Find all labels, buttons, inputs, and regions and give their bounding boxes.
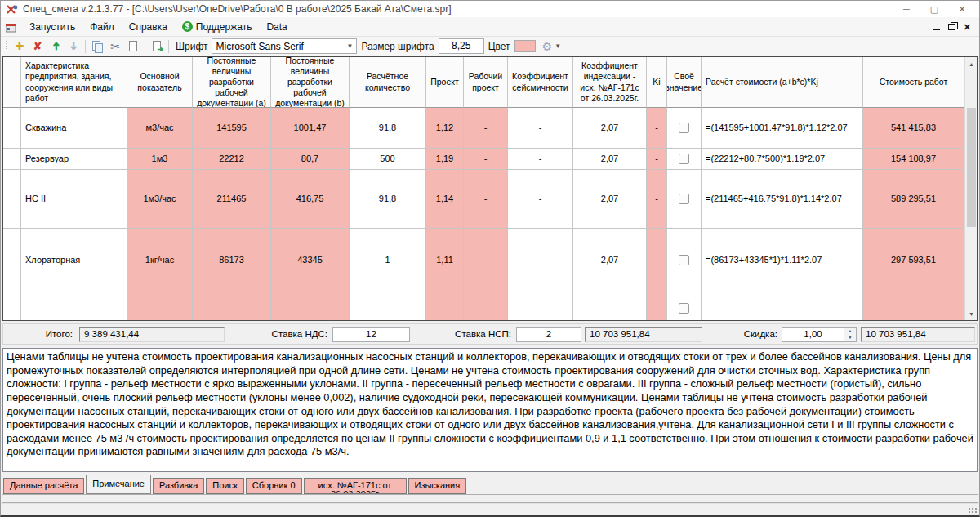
cell-seismic-coeff[interactable]: - bbox=[508, 170, 573, 229]
cell-cost-formula[interactable]: =(22212+80.7*500)*1.19*2.07 bbox=[702, 149, 863, 170]
custom-value-checkbox[interactable] bbox=[679, 255, 689, 265]
font-size-input[interactable]: 8,25 bbox=[439, 38, 484, 54]
cell-index-coeff[interactable]: 2,07 bbox=[573, 170, 647, 229]
cell-seismic-coeff[interactable] bbox=[508, 292, 573, 320]
cell-work-project[interactable]: - bbox=[464, 149, 508, 170]
tab-search[interactable]: Поиск bbox=[206, 478, 243, 494]
close-icon[interactable]: ✕ bbox=[948, 2, 976, 16]
cell-constant-b[interactable]: 1001,47 bbox=[271, 108, 350, 149]
note-textarea[interactable]: Ценами таблицы не учтена стоимость проек… bbox=[2, 348, 978, 472]
color-swatch[interactable] bbox=[514, 40, 536, 52]
cell-basic-indicator[interactable]: м3/час bbox=[127, 108, 193, 149]
tab-note[interactable]: Примечание bbox=[86, 475, 151, 494]
cell-cost-formula[interactable]: =(141595+1001.47*91.8)*1.12*2.07 bbox=[702, 108, 863, 149]
cell-work-project[interactable]: - bbox=[464, 170, 508, 229]
cell-index-coeff[interactable] bbox=[573, 292, 647, 320]
cell-custom-value[interactable] bbox=[667, 229, 702, 292]
mdi-close-icon[interactable]: ✕ bbox=[964, 23, 971, 31]
cell-ki[interactable]: - bbox=[647, 229, 667, 292]
cell-constant-b[interactable]: 43345 bbox=[271, 229, 350, 292]
cell-calc-quantity[interactable] bbox=[350, 292, 426, 320]
cell-index-coeff[interactable]: 2,07 bbox=[573, 229, 647, 292]
cell-constant-a[interactable]: 141595 bbox=[193, 108, 271, 149]
menu-help[interactable]: Справка bbox=[122, 19, 175, 35]
tab-collection-0[interactable]: Сборник 0 bbox=[246, 478, 302, 494]
scroll-down-icon[interactable]: ▼ bbox=[965, 307, 978, 320]
cell-cost-formula[interactable]: =(211465+416.75*91.8)*1.14*2.07 bbox=[702, 170, 863, 229]
cell-project[interactable]: 1,14 bbox=[426, 170, 464, 229]
nsp-input[interactable]: 2 bbox=[516, 327, 581, 342]
cell-custom-value[interactable] bbox=[667, 149, 702, 170]
settings-dropdown[interactable]: ▼ bbox=[542, 40, 561, 53]
cell-basic-indicator[interactable]: 1м3 bbox=[127, 149, 193, 170]
cell-custom-value[interactable] bbox=[667, 170, 702, 229]
custom-value-checkbox[interactable] bbox=[679, 123, 689, 133]
cell-work-project[interactable]: - bbox=[464, 108, 508, 149]
cell-constant-b[interactable] bbox=[271, 292, 350, 320]
move-down-button[interactable] bbox=[65, 38, 82, 55]
menu-run[interactable]: Запустить bbox=[22, 19, 82, 35]
tab-index-letter[interactable]: исх. №АГ-171с от 26.03.2025г bbox=[304, 478, 407, 494]
cell-project[interactable]: 1,11 bbox=[426, 229, 464, 292]
export-button[interactable] bbox=[148, 38, 166, 55]
cell-index-coeff[interactable]: 2,07 bbox=[573, 108, 647, 149]
cell-work-project[interactable] bbox=[464, 292, 508, 320]
maximize-icon[interactable]: ▢ bbox=[920, 2, 948, 16]
spin-down-icon[interactable]: ▼ bbox=[844, 334, 856, 341]
cell-constant-b[interactable]: 416,75 bbox=[271, 170, 350, 229]
cell-constant-a[interactable]: 211465 bbox=[193, 170, 271, 229]
delete-row-button[interactable] bbox=[29, 38, 47, 55]
menu-support[interactable]: $Поддержать bbox=[175, 19, 260, 35]
cell-constant-a[interactable]: 86173 bbox=[193, 229, 271, 292]
tab-breakdown[interactable]: Разбивка bbox=[153, 478, 204, 494]
vertical-scrollbar[interactable]: ▲ ▼ bbox=[964, 57, 977, 320]
cell-project[interactable]: 1,12 bbox=[426, 108, 464, 149]
cell-characteristic[interactable]: Хлораторная bbox=[21, 229, 127, 292]
discount-stepper[interactable]: 1,00 ▲ ▼ bbox=[782, 327, 857, 342]
cell-cost-formula[interactable]: =(86173+43345*1)*1.11*2.07 bbox=[702, 229, 863, 292]
resize-grip-icon[interactable] bbox=[969, 506, 978, 514]
custom-value-checkbox[interactable] bbox=[679, 194, 689, 204]
scroll-up-icon[interactable]: ▲ bbox=[965, 57, 978, 70]
menu-data[interactable]: Data bbox=[259, 19, 294, 35]
custom-value-checkbox[interactable] bbox=[679, 154, 689, 164]
mdi-minimize-icon[interactable] bbox=[933, 29, 940, 30]
cell-basic-indicator[interactable]: 1м3/час bbox=[127, 170, 193, 229]
move-up-button[interactable] bbox=[47, 38, 65, 55]
cell-custom-value[interactable] bbox=[667, 292, 702, 320]
menu-file[interactable]: Файл bbox=[82, 19, 122, 35]
tab-calc-data[interactable]: Данные расчёта bbox=[3, 478, 84, 494]
cell-ki[interactable]: - bbox=[647, 149, 667, 170]
cell-project[interactable] bbox=[426, 292, 464, 320]
add-row-button[interactable] bbox=[11, 38, 29, 55]
cell-index-coeff[interactable]: 2,07 bbox=[573, 149, 647, 170]
new-page-button[interactable] bbox=[124, 38, 142, 55]
cell-custom-value[interactable] bbox=[667, 108, 702, 149]
copy-button[interactable] bbox=[88, 38, 106, 55]
cell-characteristic[interactable] bbox=[21, 292, 127, 320]
cell-project[interactable]: 1,19 bbox=[426, 149, 464, 170]
font-select[interactable]: Microsoft Sans Serif ▼ bbox=[212, 38, 357, 54]
cell-seismic-coeff[interactable]: - bbox=[508, 149, 573, 170]
cell-work-cost[interactable]: 589 295,51 bbox=[863, 170, 964, 229]
cell-constant-b[interactable]: 80,7 bbox=[271, 149, 350, 170]
mdi-restore-icon[interactable] bbox=[948, 24, 956, 30]
cell-work-cost[interactable]: 154 108,97 bbox=[863, 149, 964, 170]
cut-button[interactable] bbox=[106, 38, 124, 55]
cell-work-cost[interactable] bbox=[863, 292, 964, 320]
cell-ki[interactable] bbox=[647, 292, 667, 320]
cell-calc-quantity[interactable]: 91,8 bbox=[350, 108, 426, 149]
cell-constant-a[interactable]: 22212 bbox=[193, 149, 271, 170]
minimize-icon[interactable]: ─ bbox=[893, 2, 920, 16]
cell-calc-quantity[interactable]: 1 bbox=[350, 229, 426, 292]
cell-basic-indicator[interactable]: 1кг/час bbox=[127, 229, 193, 292]
tab-surveys[interactable]: Изыскания bbox=[408, 478, 467, 494]
scrollbar-thumb[interactable] bbox=[967, 108, 976, 227]
cell-work-project[interactable]: - bbox=[464, 229, 508, 292]
cell-work-cost[interactable]: 297 593,51 bbox=[863, 229, 964, 292]
cell-seismic-coeff[interactable]: - bbox=[508, 229, 573, 292]
cell-basic-indicator[interactable] bbox=[127, 292, 193, 320]
cell-characteristic[interactable]: НС II bbox=[21, 170, 127, 229]
cell-cost-formula[interactable] bbox=[702, 292, 863, 320]
cell-work-cost[interactable]: 541 415,83 bbox=[863, 108, 964, 149]
